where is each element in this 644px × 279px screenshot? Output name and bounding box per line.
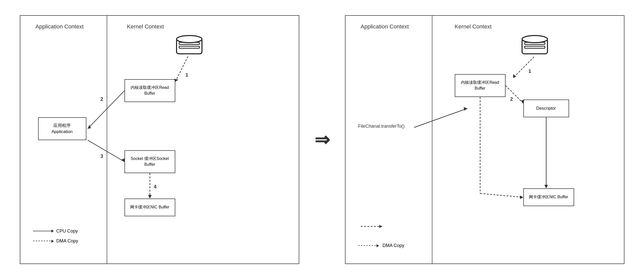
svg-marker-14 (148, 195, 152, 199)
right-legend: DMA Copy (358, 243, 404, 248)
left-divider (107, 16, 107, 264)
cpu-copy-legend: CPU Copy (33, 228, 78, 234)
dma-copy-label: DMA Copy (56, 238, 78, 244)
between-arrow: ⇒ (315, 130, 330, 149)
left-read-buffer: 内核读取缓冲区ReadBuffer (124, 79, 175, 102)
svg-text:1: 1 (528, 68, 531, 74)
left-legend: CPU Copy DMA Copy (33, 228, 78, 248)
svg-text:4: 4 (154, 184, 157, 189)
svg-line-20 (513, 57, 534, 78)
right-nic-buffer: 网卡缓冲区NIC Buffer (523, 188, 574, 206)
hdd-icon-right (521, 34, 549, 57)
left-app-box: 应用程序Application (38, 117, 86, 140)
right-diagram: Application Context Kernel Context 内核读取缓… (345, 15, 624, 264)
left-diagram: Application Context Kernel Context 内核读取缓… (20, 15, 299, 264)
right-divider (432, 16, 432, 264)
svg-line-29 (480, 193, 523, 197)
svg-marker-30 (520, 195, 523, 199)
svg-line-23 (414, 108, 467, 127)
left-app-context-label: Application Context (36, 23, 84, 30)
svg-text:3: 3 (100, 153, 103, 159)
svg-point-19 (522, 36, 547, 43)
cpu-copy-line (33, 231, 53, 231)
right-dma-line (358, 245, 379, 246)
left-kernel-context-label: Kernel Context (127, 23, 164, 30)
right-dma-label: DMA Copy (383, 243, 404, 248)
right-kernel-context-label: Kernel Context (455, 23, 492, 30)
right-read-buffer: 内核读取缓冲区ReadBuffer (455, 74, 506, 97)
hdd-icon-left (175, 34, 203, 57)
dma-copy-line (33, 241, 53, 241)
left-nic-buffer: 网卡缓冲区NIC Buffer (124, 199, 175, 216)
dma-copy-legend: DMA Copy (33, 238, 78, 244)
right-descriptor: Descriptor (523, 100, 569, 117)
svg-marker-34 (379, 225, 382, 228)
left-socket-buffer: Socket 缓冲区SocketBuffer (124, 150, 175, 173)
svg-line-7 (88, 91, 124, 129)
right-filechanal-label: FileChanal.transferTo() (358, 124, 405, 129)
svg-line-10 (88, 140, 124, 162)
svg-text:2: 2 (100, 96, 103, 102)
svg-marker-21 (513, 74, 516, 78)
svg-marker-24 (464, 107, 467, 111)
svg-line-4 (175, 56, 188, 82)
right-arrows: 1 2 (345, 16, 624, 264)
right-app-context-label: Application Context (361, 23, 409, 30)
svg-point-3 (177, 36, 202, 43)
svg-marker-32 (544, 185, 548, 188)
svg-marker-8 (88, 125, 91, 129)
cpu-copy-label: CPU Copy (56, 228, 78, 234)
svg-text:2: 2 (510, 96, 513, 102)
svg-line-25 (506, 86, 523, 103)
svg-text:1: 1 (185, 72, 188, 78)
